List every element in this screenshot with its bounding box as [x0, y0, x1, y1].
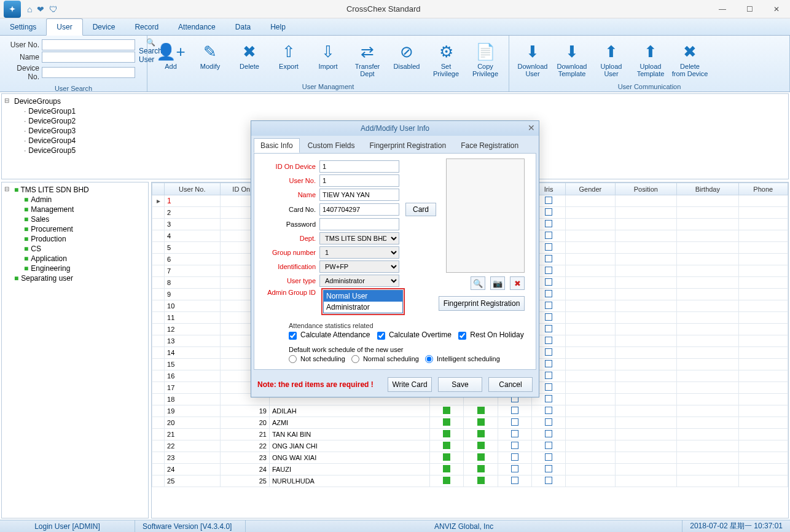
ribbon-download-user[interactable]: ⬇Download User	[514, 38, 551, 77]
tree-separating-user[interactable]: Separating user	[4, 273, 146, 283]
home-icon[interactable]: ⌂	[27, 4, 32, 14]
table-row[interactable]: 2424FAUZI	[152, 464, 788, 475]
dialog-tab-face-registration[interactable]: Face Registration	[454, 138, 525, 153]
select-dept[interactable]: TMS LITE SDN BHD	[319, 232, 399, 244]
ribbon-delete-from-device[interactable]: ✖Delete from Device	[671, 38, 708, 77]
checkbox-iris[interactable]	[545, 290, 552, 297]
menu-record[interactable]: Record	[125, 18, 168, 35]
checkbox-iris[interactable]	[545, 278, 552, 286]
menu-help[interactable]: Help	[260, 18, 295, 35]
write-card-button[interactable]: Write Card	[388, 377, 432, 392]
search-user-no-input[interactable]	[42, 39, 135, 50]
checkbox-iris[interactable]	[545, 197, 552, 204]
cancel-button[interactable]: Cancel	[488, 377, 533, 392]
photo-camera-button[interactable]: 📷	[490, 276, 505, 290]
dept-tree-item[interactable]: Sales	[4, 214, 146, 224]
ribbon-import[interactable]: ⇩Import	[310, 38, 346, 70]
dialog-tab-basic-info[interactable]: Basic Info	[254, 138, 300, 153]
input-password[interactable]	[319, 218, 399, 230]
ribbon-disabled[interactable]: ⊘Disabled	[388, 38, 425, 70]
department-tree[interactable]: ■ TMS LITE SDN BHD AdminManagementSalesP…	[1, 182, 149, 518]
minimize-button[interactable]: —	[709, 1, 736, 18]
tree-root-devicegroups[interactable]: DeviceGroups	[4, 96, 786, 106]
checkbox-iris[interactable]	[545, 243, 552, 251]
ribbon-delete[interactable]: ✖Delete	[231, 38, 268, 70]
ribbon-upload-user[interactable]: ⬆Upload User	[593, 38, 630, 77]
dropdown-option-administrator[interactable]: Administrator	[324, 302, 402, 313]
radio-intelligent-scheduling[interactable]: Intelligent scheduling	[425, 355, 500, 362]
ribbon-transfer-dept[interactable]: ⇄Transfer Dept	[349, 38, 386, 77]
checkbox-iris[interactable]	[545, 430, 552, 437]
checkbox-iris[interactable]	[545, 453, 552, 461]
checkbox-iris[interactable]	[545, 348, 552, 356]
checkbox-face[interactable]	[511, 453, 518, 461]
ribbon-export[interactable]: ⇧Export	[270, 38, 307, 70]
search-name-input[interactable]	[42, 52, 135, 63]
close-button[interactable]: ✕	[763, 1, 790, 18]
chk-calc-attendance[interactable]: Calculate Attendance	[289, 331, 370, 338]
checkbox-iris[interactable]	[545, 208, 552, 216]
ribbon-add[interactable]: 👤+Add	[152, 38, 189, 70]
dialog-tab-custom-fields[interactable]: Custom Fields	[301, 138, 362, 153]
dialog-title-bar[interactable]: Add/Modify User Info ✕	[251, 121, 539, 136]
checkbox-iris[interactable]	[545, 395, 552, 402]
checkbox-iris[interactable]	[545, 337, 552, 344]
ribbon-modify[interactable]: ✎Modify	[192, 38, 229, 70]
chk-calc-overtime[interactable]: Calculate Overtime	[377, 331, 452, 338]
input-name[interactable]	[319, 189, 399, 201]
dept-tree-item[interactable]: Management	[4, 205, 146, 214]
dept-tree-item[interactable]: Admin	[4, 195, 146, 205]
menu-attendance[interactable]: Attendance	[168, 18, 225, 35]
checkbox-face[interactable]	[511, 430, 518, 437]
checkbox-iris[interactable]	[545, 302, 552, 309]
checkbox-iris[interactable]	[545, 220, 552, 227]
dept-tree-item[interactable]: Procurement	[4, 224, 146, 234]
badge-icon[interactable]: 🛡	[49, 4, 58, 14]
checkbox-iris[interactable]	[545, 255, 552, 262]
menu-device[interactable]: Device	[83, 18, 125, 35]
checkbox-face[interactable]	[511, 407, 518, 414]
chk-rest-holiday[interactable]: Rest On Holiday	[458, 331, 523, 338]
dialog-close-button[interactable]: ✕	[528, 123, 535, 133]
menu-user[interactable]: User	[46, 18, 82, 36]
checkbox-iris[interactable]	[545, 360, 552, 367]
menu-settings[interactable]: Settings	[0, 18, 46, 35]
input-id-on-device[interactable]	[319, 160, 399, 173]
radio-normal-scheduling[interactable]: Normal scheduling	[351, 355, 419, 362]
checkbox-iris[interactable]	[545, 372, 552, 379]
select-user-type[interactable]: Administrator	[319, 275, 399, 287]
checkbox-iris[interactable]	[545, 442, 552, 449]
table-row[interactable]: 2525NURULHUDA	[152, 475, 788, 487]
table-row[interactable]: 2121TAN KAI BIN	[152, 429, 788, 440]
select-group-number[interactable]: 1	[319, 246, 399, 259]
checkbox-iris[interactable]	[545, 325, 552, 332]
save-button[interactable]: Save	[438, 377, 482, 392]
photo-zoom-button[interactable]: 🔍	[471, 276, 485, 290]
input-card-no[interactable]	[319, 203, 399, 216]
checkbox-iris[interactable]	[545, 465, 552, 472]
menu-data[interactable]: Data	[225, 18, 260, 35]
checkbox-iris[interactable]	[545, 407, 552, 414]
checkbox-iris[interactable]	[545, 418, 552, 426]
shield-icon[interactable]: ❤	[37, 4, 44, 14]
select-identification[interactable]: PW+FP	[319, 260, 399, 273]
dialog-tab-fingerprint-registration[interactable]: Fingerprint Registration	[362, 138, 453, 153]
table-row[interactable]: 2020AZMI	[152, 417, 788, 429]
checkbox-face[interactable]	[511, 418, 518, 426]
card-button[interactable]: Card	[405, 203, 436, 216]
checkbox-iris[interactable]	[545, 313, 552, 321]
dept-tree-item[interactable]: CS	[4, 244, 146, 254]
checkbox-iris[interactable]	[545, 267, 552, 274]
input-user-no[interactable]	[319, 174, 399, 187]
device-tree-item[interactable]: DeviceGroup1	[4, 106, 786, 116]
table-row[interactable]: 2323ONG WAI XIAI	[152, 452, 788, 464]
user-type-dropdown[interactable]: Normal User Administrator	[323, 290, 403, 313]
checkbox-iris[interactable]	[545, 232, 552, 239]
ribbon-copy-privilege[interactable]: 📄Copy Privilege	[467, 38, 504, 77]
checkbox-face[interactable]	[511, 465, 518, 472]
ribbon-set-privilege[interactable]: ⚙Set Privilege	[428, 38, 464, 77]
ribbon-download-template[interactable]: ⬇Download Template	[553, 38, 590, 77]
dept-tree-item[interactable]: Production	[4, 234, 146, 244]
tree-root-company[interactable]: ■ TMS LITE SDN BHD	[4, 185, 146, 195]
table-row[interactable]: 2222ONG JIAN CHI	[152, 440, 788, 452]
